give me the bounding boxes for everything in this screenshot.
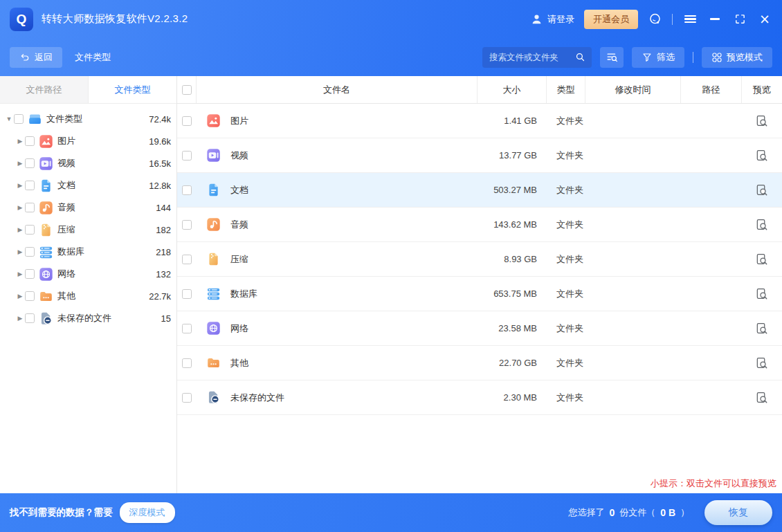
tree-item-video[interactable]: ▶ 视频 16.5k — [0, 152, 176, 174]
tree-item-archive[interactable]: ▶ 压缩 182 — [0, 219, 176, 241]
expand-arrow-icon[interactable]: ▶ — [15, 270, 25, 277]
expand-arrow-icon[interactable]: ▶ — [15, 315, 25, 322]
row-checkbox[interactable] — [182, 185, 192, 195]
preview-icon[interactable] — [755, 149, 769, 163]
preview-icon[interactable] — [755, 322, 769, 336]
table-row-video[interactable]: 视频 13.77 GB 文件夹 — [177, 138, 782, 173]
header-type[interactable]: 类型 — [547, 76, 585, 103]
select-all-checkbox[interactable] — [182, 85, 192, 95]
preview-icon[interactable] — [755, 391, 769, 405]
tab-file-type[interactable]: 文件类型 — [89, 76, 176, 103]
filter-button[interactable]: 筛选 — [632, 47, 684, 68]
search-input[interactable] — [489, 53, 574, 62]
row-checkbox[interactable] — [182, 151, 192, 160]
preview-icon[interactable] — [755, 287, 769, 301]
app-header: Q 转转大师数据恢复软件V2.2.3.2 请登录 开通会员 × 返回 文件类型 — [0, 0, 782, 76]
row-checkbox[interactable] — [182, 324, 192, 333]
table-row-network[interactable]: 网络 23.58 MB 文件夹 — [177, 311, 782, 346]
preview-icon[interactable] — [755, 218, 769, 232]
tree-item-audio[interactable]: ▶ 音频 144 — [0, 196, 176, 219]
row-checkbox[interactable] — [182, 255, 192, 264]
header-size[interactable]: 大小 — [478, 76, 547, 103]
tree-checkbox[interactable] — [25, 291, 35, 301]
back-button[interactable]: 返回 — [10, 47, 62, 68]
expand-arrow-icon[interactable]: ▶ — [15, 226, 25, 233]
preview-icon[interactable] — [755, 114, 769, 128]
row-checkbox[interactable] — [182, 220, 192, 230]
unsaved-file-icon — [39, 311, 53, 326]
header-preview[interactable]: 预览 — [742, 76, 782, 103]
preview-icon[interactable] — [755, 253, 769, 266]
preview-mode-button[interactable]: 预览模式 — [702, 47, 772, 68]
tree-checkbox[interactable] — [25, 158, 35, 168]
tree-checkbox[interactable] — [25, 247, 35, 257]
tree-checkbox[interactable] — [25, 313, 35, 323]
network-type-icon — [39, 267, 53, 282]
selected-close: ） — [680, 506, 689, 519]
tree-checkbox[interactable] — [25, 225, 35, 235]
header-path[interactable]: 路径 — [681, 76, 742, 103]
table-row-document[interactable]: 文档 503.27 MB 文件夹 — [177, 173, 782, 208]
user-icon — [530, 12, 543, 26]
tree-item-root[interactable]: ▼ 文件类型 72.4k — [0, 108, 176, 130]
tree-item-other[interactable]: ▶ 其他 22.7k — [0, 285, 176, 307]
recover-button[interactable]: 恢复 — [704, 500, 772, 525]
collapse-arrow-icon[interactable]: ▼ — [4, 116, 14, 122]
tree-checkbox[interactable] — [25, 136, 35, 146]
row-checkbox[interactable] — [182, 289, 192, 299]
header-name[interactable]: 文件名 — [197, 76, 478, 103]
row-checkbox[interactable] — [182, 116, 192, 126]
close-button[interactable]: × — [757, 12, 772, 27]
open-vip-button[interactable]: 开通会员 — [584, 10, 638, 29]
tree-item-unsaved[interactable]: ▶ 未保存的文件 15 — [0, 307, 176, 329]
customer-service-icon[interactable] — [648, 12, 662, 26]
tree-checkbox[interactable] — [25, 203, 35, 212]
row-size: 143.62 MB — [478, 219, 547, 230]
expand-arrow-icon[interactable]: ▶ — [15, 182, 25, 189]
tree-label: 文档 — [57, 179, 149, 192]
table-row-other[interactable]: 其他 22.70 GB 文件夹 — [177, 346, 782, 380]
menu-button[interactable] — [682, 12, 698, 27]
tree-item-network[interactable]: ▶ 网络 132 — [0, 263, 176, 285]
tree-item-database[interactable]: ▶ 数据库 218 — [0, 241, 176, 263]
tree-item-image[interactable]: ▶ 图片 19.6k — [0, 130, 176, 152]
preview-icon[interactable] — [755, 183, 769, 197]
search-icon[interactable] — [574, 51, 586, 63]
maximize-button[interactable] — [732, 12, 747, 27]
table-row-database[interactable]: 数据库 653.75 MB 文件夹 — [177, 277, 782, 311]
login-button[interactable]: 请登录 — [530, 12, 574, 26]
tree-item-document[interactable]: ▶ 文档 12.8k — [0, 174, 176, 196]
tree-checkbox[interactable] — [14, 114, 24, 124]
archive-type-icon — [206, 252, 221, 266]
header-modified[interactable]: 修改时间 — [585, 76, 681, 103]
video-type-icon — [39, 156, 53, 171]
tree-checkbox[interactable] — [25, 269, 35, 279]
row-name: 文档 — [230, 184, 248, 196]
table-row-unsaved[interactable]: 未保存的文件 2.30 MB 文件夹 — [177, 380, 782, 415]
row-name: 网络 — [230, 322, 248, 335]
expand-arrow-icon[interactable]: ▶ — [15, 248, 25, 255]
row-checkbox[interactable] — [182, 393, 192, 403]
tree-label: 未保存的文件 — [57, 312, 161, 324]
row-type: 文件夹 — [547, 149, 595, 162]
expand-arrow-icon[interactable]: ▶ — [15, 204, 25, 211]
row-checkbox[interactable] — [182, 358, 192, 368]
minimize-button[interactable] — [707, 12, 722, 27]
tree-label: 音频 — [57, 201, 156, 214]
expand-arrow-icon[interactable]: ▶ — [15, 160, 25, 167]
preview-icon[interactable] — [755, 356, 769, 370]
expand-arrow-icon[interactable]: ▶ — [15, 293, 25, 300]
table-row-audio[interactable]: 音频 143.62 MB 文件夹 — [177, 208, 782, 242]
search-in-results-button[interactable] — [600, 47, 624, 68]
row-type: 文件夹 — [547, 322, 595, 335]
double-click-hint: 小提示：双击文件可以直接预览 — [651, 477, 776, 490]
tab-file-path[interactable]: 文件路径 — [0, 76, 89, 103]
expand-arrow-icon[interactable]: ▶ — [15, 138, 25, 145]
table-row-image[interactable]: 图片 1.41 GB 文件夹 — [177, 104, 782, 138]
deep-mode-button[interactable]: 深度模式 — [120, 502, 175, 523]
funnel-icon — [642, 52, 653, 63]
tree-count: 12.8k — [149, 181, 171, 191]
search-box[interactable] — [482, 47, 592, 68]
tree-checkbox[interactable] — [25, 181, 35, 190]
table-row-archive[interactable]: 压缩 8.93 GB 文件夹 — [177, 242, 782, 277]
